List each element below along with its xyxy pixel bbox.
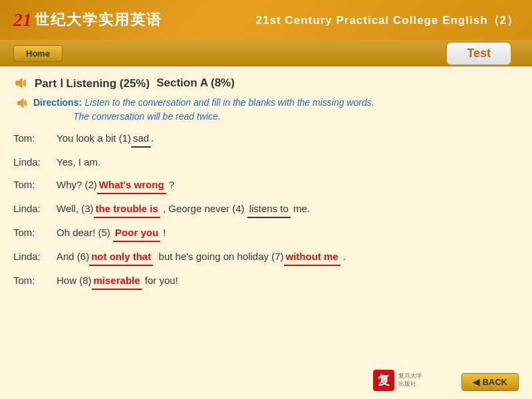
test-badge: Test [446, 41, 512, 66]
dialogue-row-4: Linda: Well, (3)the trouble is , George … [13, 201, 519, 218]
back-arrow-icon: ◀ [473, 377, 479, 387]
answer-7: without me [284, 249, 340, 266]
answer-3: the trouble is [94, 201, 160, 218]
dialogue-text-7: How (8)miserable for you! [57, 273, 178, 290]
main-content: Part Ⅰ Listening (25%) Section A (8%) Di… [0, 66, 532, 399]
speaker-icon-part[interactable] [13, 76, 28, 90]
speaker-linda-2: Linda: [13, 203, 50, 214]
logo: 21 世纪大学实用英语 [13, 9, 162, 31]
dialogue-text-2: Yes, I am. [57, 154, 100, 170]
speaker-tom-4: Tom: [13, 275, 50, 286]
dialogue-text-5: Oh dear! (5) Poor you ! [57, 225, 166, 242]
svg-marker-0 [16, 78, 22, 88]
answer-8: miserable [92, 273, 142, 290]
dialogue-row-1: Tom: You look a bit (1)sad. [13, 130, 519, 148]
dialogue-text-6: And (6)not only that but he's going on h… [57, 249, 346, 266]
dialogue-row-2: Linda: Yes, I am. [13, 154, 519, 170]
directions-text-line2: The conversation will be read twice. [73, 111, 221, 122]
speaker-linda-3: Linda: [13, 251, 50, 262]
dialogue: Tom: You look a bit (1)sad. Linda: Yes, … [13, 130, 519, 290]
directions-block: Directions: Listen to the conversation a… [13, 96, 519, 124]
part-heading: Part Ⅰ Listening (25%) Section A (8%) [13, 76, 519, 90]
dialogue-text-4: Well, (3)the trouble is , George never (… [57, 201, 310, 218]
dialogue-row-6: Linda: And (6)not only that but he's goi… [13, 249, 519, 266]
answer-5: Poor you [113, 225, 160, 242]
speaker-icon-directions[interactable] [16, 97, 28, 109]
header-title: 21st Century Practical College English（2… [256, 13, 519, 28]
part-label: Part Ⅰ Listening (25%) [35, 76, 150, 90]
answer-4: listens to [247, 201, 291, 218]
dialogue-row-3: Tom: Why? (2)What's wrong ? [13, 177, 519, 194]
back-button[interactable]: ◀ BACK [462, 373, 519, 391]
logo-number: 21 [13, 9, 32, 31]
directions-label: Directions: [33, 97, 82, 108]
publisher-logo: 复 复旦大学 出版社 [372, 368, 422, 392]
back-button-container: ◀ BACK [462, 373, 519, 391]
nav-bar: Home Test [0, 40, 532, 66]
answer-1: sad [131, 130, 151, 148]
dialogue-text-1: You look a bit (1)sad. [57, 130, 154, 148]
answer-6: not only that [89, 249, 153, 266]
home-button[interactable]: Home [13, 45, 63, 62]
svg-text:复: 复 [378, 374, 390, 387]
back-label: BACK [482, 377, 507, 387]
dialogue-row-5: Tom: Oh dear! (5) Poor you ! [13, 225, 519, 242]
directions-text-line1: Listen to the conversation and fill in t… [85, 97, 374, 108]
dialogue-text-3: Why? (2)What's wrong ? [57, 177, 174, 194]
publisher-text: 复旦大学 出版社 [398, 372, 422, 388]
speaker-tom-3: Tom: [13, 227, 50, 238]
dialogue-row-7: Tom: How (8)miserable for you! [13, 273, 519, 290]
directions-content: Directions: Listen to the conversation a… [33, 96, 374, 124]
speaker-tom-1: Tom: [13, 132, 50, 144]
header: 21 世纪大学实用英语 21st Century Practical Colle… [0, 0, 532, 40]
svg-marker-1 [18, 99, 23, 108]
logo-chinese: 世纪大学实用英语 [35, 10, 162, 30]
answer-2: What's wrong [97, 177, 166, 194]
section-label: Section A (8%) [156, 76, 235, 90]
speaker-tom-2: Tom: [13, 179, 50, 190]
speaker-linda-1: Linda: [13, 156, 50, 168]
